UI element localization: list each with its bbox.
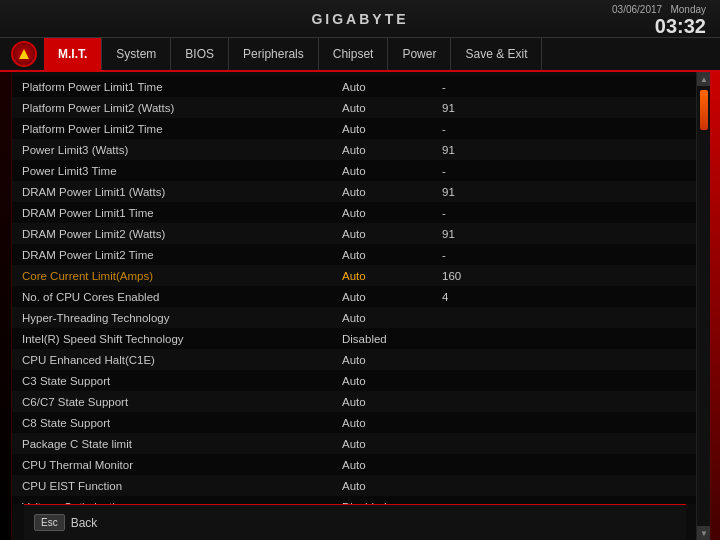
content-panel: Platform Power Limit1 TimeAuto-Platform … bbox=[12, 72, 696, 540]
table-row[interactable]: Hyper-Threading TechnologyAuto bbox=[12, 307, 696, 328]
setting-value: Auto bbox=[342, 144, 442, 156]
table-row[interactable]: No. of CPU Cores EnabledAuto4 bbox=[12, 286, 696, 307]
setting-value: Auto bbox=[342, 354, 442, 366]
setting-extra: - bbox=[442, 249, 522, 261]
setting-extra: - bbox=[442, 123, 522, 135]
setting-name: C6/C7 State Support bbox=[22, 396, 342, 408]
setting-value: Auto bbox=[342, 438, 442, 450]
table-row[interactable]: Platform Power Limit1 TimeAuto- bbox=[12, 76, 696, 97]
setting-name: DRAM Power Limit1 (Watts) bbox=[22, 186, 342, 198]
datetime-display: 03/06/2017 Monday 03:32 bbox=[612, 4, 706, 37]
setting-extra: 160 bbox=[442, 270, 522, 282]
table-row[interactable]: C6/C7 State SupportAuto bbox=[12, 391, 696, 412]
left-decoration bbox=[0, 72, 12, 540]
table-row[interactable]: DRAM Power Limit1 (Watts)Auto91 bbox=[12, 181, 696, 202]
setting-name: Power Limit3 (Watts) bbox=[22, 144, 342, 156]
table-row[interactable]: C8 State SupportAuto bbox=[12, 412, 696, 433]
setting-value: Auto bbox=[342, 81, 442, 93]
scroll-track[interactable] bbox=[697, 86, 710, 526]
setting-name: DRAM Power Limit1 Time bbox=[22, 207, 342, 219]
setting-value: Auto bbox=[342, 396, 442, 408]
settings-list[interactable]: Platform Power Limit1 TimeAuto-Platform … bbox=[12, 72, 696, 504]
nav-item-mit[interactable]: M.I.T. bbox=[44, 38, 102, 70]
nav-item-system[interactable]: System bbox=[102, 38, 171, 70]
setting-extra: 91 bbox=[442, 102, 522, 114]
setting-extra: 91 bbox=[442, 144, 522, 156]
setting-extra: 91 bbox=[442, 186, 522, 198]
setting-value: Auto bbox=[342, 417, 442, 429]
setting-name: Platform Power Limit2 (Watts) bbox=[22, 102, 342, 114]
setting-value: Auto bbox=[342, 186, 442, 198]
setting-name: Intel(R) Speed Shift Technology bbox=[22, 333, 342, 345]
setting-value: Auto bbox=[342, 228, 442, 240]
table-row[interactable]: Power Limit3 TimeAuto- bbox=[12, 160, 696, 181]
setting-extra: - bbox=[442, 165, 522, 177]
setting-value: Auto bbox=[342, 207, 442, 219]
setting-value: Auto bbox=[342, 165, 442, 177]
brand-title: GIGABYTE bbox=[311, 11, 408, 27]
table-row[interactable]: DRAM Power Limit1 TimeAuto- bbox=[12, 202, 696, 223]
table-row[interactable]: Core Current Limit(Amps)Auto160 bbox=[12, 265, 696, 286]
nav-item-power[interactable]: Power bbox=[388, 38, 451, 70]
navbar: M.I.T. System BIOS Peripherals Chipset P… bbox=[0, 38, 720, 72]
esc-button[interactable]: Esc bbox=[34, 514, 65, 531]
nav-logo bbox=[8, 38, 40, 70]
setting-name: Core Current Limit(Amps) bbox=[22, 270, 342, 282]
table-row[interactable]: CPU Enhanced Halt(C1E)Auto bbox=[12, 349, 696, 370]
table-row[interactable]: DRAM Power Limit2 (Watts)Auto91 bbox=[12, 223, 696, 244]
setting-value: Auto bbox=[342, 249, 442, 261]
setting-value: Auto bbox=[342, 102, 442, 114]
setting-name: DRAM Power Limit2 (Watts) bbox=[22, 228, 342, 240]
bottom-bar: Esc Back bbox=[24, 504, 686, 540]
setting-extra: - bbox=[442, 81, 522, 93]
table-row[interactable]: Power Limit3 (Watts)Auto91 bbox=[12, 139, 696, 160]
setting-extra: - bbox=[442, 207, 522, 219]
table-row[interactable]: Platform Power Limit2 (Watts)Auto91 bbox=[12, 97, 696, 118]
setting-value: Auto bbox=[342, 270, 442, 282]
table-row[interactable]: C3 State SupportAuto bbox=[12, 370, 696, 391]
table-row[interactable]: DRAM Power Limit2 TimeAuto- bbox=[12, 244, 696, 265]
table-row[interactable]: Package C State limitAuto bbox=[12, 433, 696, 454]
setting-value: Auto bbox=[342, 123, 442, 135]
nav-item-peripherals[interactable]: Peripherals bbox=[229, 38, 319, 70]
nav-item-bios[interactable]: BIOS bbox=[171, 38, 229, 70]
logo-circle bbox=[11, 41, 37, 67]
setting-value: Auto bbox=[342, 459, 442, 471]
scroll-down-arrow[interactable]: ▼ bbox=[697, 526, 711, 540]
scroll-thumb[interactable] bbox=[700, 90, 708, 130]
setting-name: No. of CPU Cores Enabled bbox=[22, 291, 342, 303]
table-row[interactable]: CPU EIST FunctionAuto bbox=[12, 475, 696, 496]
setting-name: Platform Power Limit1 Time bbox=[22, 81, 342, 93]
header: GIGABYTE 03/06/2017 Monday 03:32 bbox=[0, 0, 720, 38]
table-row[interactable]: Platform Power Limit2 TimeAuto- bbox=[12, 118, 696, 139]
setting-name: CPU EIST Function bbox=[22, 480, 342, 492]
setting-value: Auto bbox=[342, 480, 442, 492]
setting-name: CPU Thermal Monitor bbox=[22, 459, 342, 471]
setting-value: Auto bbox=[342, 312, 442, 324]
table-row[interactable]: CPU Thermal MonitorAuto bbox=[12, 454, 696, 475]
setting-name: Platform Power Limit2 Time bbox=[22, 123, 342, 135]
setting-name: Package C State limit bbox=[22, 438, 342, 450]
setting-name: Hyper-Threading Technology bbox=[22, 312, 342, 324]
scrollbar[interactable]: ▲ ▼ bbox=[696, 72, 710, 540]
table-row[interactable]: Intel(R) Speed Shift TechnologyDisabled bbox=[12, 328, 696, 349]
setting-extra: 4 bbox=[442, 291, 522, 303]
nav-item-chipset[interactable]: Chipset bbox=[319, 38, 389, 70]
time-display: 03:32 bbox=[612, 15, 706, 37]
main-area: Platform Power Limit1 TimeAuto-Platform … bbox=[0, 72, 720, 540]
logo-icon bbox=[19, 49, 29, 59]
setting-value: Auto bbox=[342, 291, 442, 303]
back-label: Back bbox=[71, 516, 98, 530]
setting-extra: 91 bbox=[442, 228, 522, 240]
setting-name: Power Limit3 Time bbox=[22, 165, 342, 177]
setting-name: DRAM Power Limit2 Time bbox=[22, 249, 342, 261]
setting-name: CPU Enhanced Halt(C1E) bbox=[22, 354, 342, 366]
scroll-up-arrow[interactable]: ▲ bbox=[697, 72, 711, 86]
setting-name: C8 State Support bbox=[22, 417, 342, 429]
table-row[interactable]: Voltage OptimizationDisabled bbox=[12, 496, 696, 504]
nav-item-save-exit[interactable]: Save & Exit bbox=[451, 38, 542, 70]
right-decoration bbox=[710, 72, 720, 540]
date-display: 03/06/2017 Monday bbox=[612, 4, 706, 15]
setting-name: C3 State Support bbox=[22, 375, 342, 387]
setting-value: Auto bbox=[342, 375, 442, 387]
